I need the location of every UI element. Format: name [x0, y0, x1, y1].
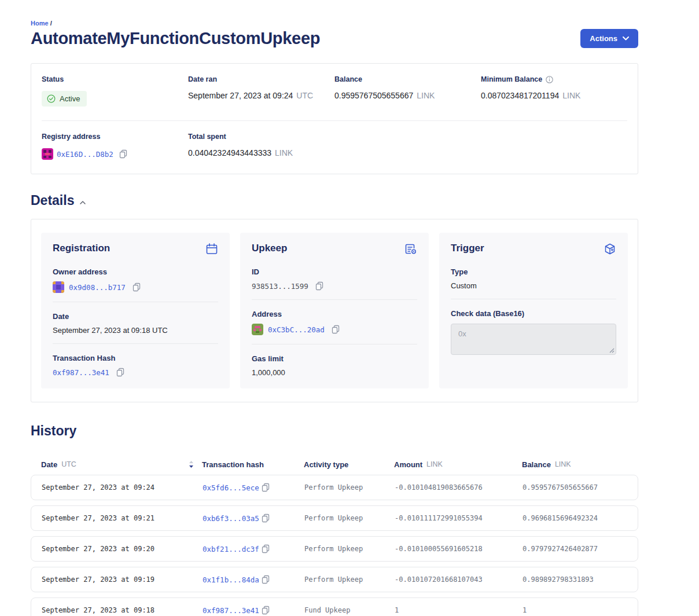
row-activity: Perform Upkeep	[304, 514, 395, 522]
col-date-label: Date	[41, 460, 57, 469]
history-heading: History	[31, 423, 76, 439]
breadcrumb-home-link[interactable]: Home	[31, 20, 49, 27]
registry-address-link[interactable]: 0xE16D...D8b2	[57, 150, 113, 159]
registration-card: Registration Owner address 0x9d08...b717…	[41, 233, 230, 388]
owner-identicon	[53, 281, 64, 293]
resize-grip-icon[interactable]	[609, 345, 615, 355]
trigger-type-value: Custom	[451, 281, 616, 290]
min-balance-value: 0.0870234817201194	[481, 91, 559, 100]
copy-icon[interactable]	[116, 368, 125, 377]
copy-icon[interactable]	[262, 606, 270, 615]
min-balance-label: Minimum Balance	[481, 75, 542, 83]
page-title: AutomateMyFunctionCustomUpkeep	[31, 29, 320, 48]
copy-icon[interactable]	[262, 514, 270, 523]
upkeep-title: Upkeep	[252, 243, 287, 254]
col-amount-unit: LINK	[426, 460, 443, 468]
upkeep-address-label: Address	[252, 310, 417, 318]
summary-registry-field: Registry address 0xE16D...D8b2	[42, 133, 188, 160]
upkeep-address-link[interactable]: 0xC3bC...20ad	[268, 325, 325, 334]
registry-label: Registry address	[42, 133, 188, 141]
upkeep-id-label: ID	[252, 267, 417, 276]
summary-min-balance-field: Minimum Balance 0.0870234817201194LINK	[481, 75, 627, 107]
divider	[252, 344, 417, 344]
col-balance-unit: LINK	[555, 460, 571, 468]
row-amount: -0.010100055691605218	[395, 545, 523, 553]
divider	[451, 299, 616, 299]
divider	[53, 302, 218, 302]
col-hash-label: Transaction hash	[202, 460, 264, 469]
col-activity-label: Activity type	[304, 460, 348, 469]
chevron-down-icon	[623, 36, 629, 41]
details-collapse-caret-icon[interactable]	[80, 197, 86, 204]
balance-unit: LINK	[417, 91, 435, 100]
copy-icon[interactable]	[262, 544, 270, 553]
summary-card: Status Active Date ran September 27, 202…	[31, 63, 638, 174]
date-ran-utc: UTC	[296, 91, 313, 100]
row-tx-link[interactable]: 0xb6f3...03a5	[203, 514, 259, 523]
cube-icon	[604, 243, 616, 258]
registration-title: Registration	[53, 243, 110, 254]
copy-icon[interactable]	[119, 149, 128, 159]
upkeep-card: Upkeep ID 938513...1599 Address 0xC3bC..…	[240, 233, 429, 388]
row-balance: 0.9595767505655667	[523, 483, 627, 492]
row-amount: -0.010104819083665676	[395, 483, 523, 492]
row-date: September 27, 2023 at 09:19	[42, 575, 203, 584]
owner-address-link[interactable]: 0x9d08...b717	[69, 283, 126, 292]
row-activity: Perform Upkeep	[304, 575, 395, 584]
row-date: September 27, 2023 at 09:21	[42, 514, 203, 522]
check-circle-icon	[47, 94, 56, 103]
row-tx-link[interactable]: 0x5fd6...5ece	[203, 483, 259, 492]
row-balance: 0.9696815696492324	[523, 514, 627, 522]
copy-icon[interactable]	[262, 575, 270, 584]
history-table-header: Date UTC Transaction hash Activity type …	[31, 454, 638, 475]
details-heading: Details	[31, 193, 74, 208]
row-tx-link[interactable]: 0xbf21...dc3f	[203, 545, 259, 553]
trigger-type-label: Type	[451, 267, 616, 276]
row-amount: -0.010107201668107043	[395, 575, 523, 584]
calendar-icon	[205, 243, 218, 258]
row-balance: 1	[523, 606, 627, 614]
trigger-title: Trigger	[451, 243, 484, 254]
row-tx-link[interactable]: 0x1f1b...84da	[203, 575, 259, 584]
row-date: September 27, 2023 at 09:20	[42, 545, 203, 553]
summary-balance-field: Balance 0.9595767505655667LINK	[334, 75, 481, 107]
row-date: September 27, 2023 at 09:24	[42, 483, 203, 492]
total-spent-label: Total spent	[188, 133, 334, 141]
info-icon[interactable]	[546, 76, 553, 83]
copy-icon[interactable]	[262, 483, 270, 492]
total-spent-value: 0.04042324943443333	[188, 148, 271, 157]
table-row: September 27, 2023 at 09:21 0xb6f3...03a…	[31, 505, 638, 531]
status-badge-text: Active	[60, 94, 80, 103]
owner-address-label: Owner address	[53, 267, 218, 276]
gas-limit-label: Gas limit	[252, 354, 417, 363]
copy-icon[interactable]	[315, 281, 324, 291]
copy-icon[interactable]	[133, 283, 141, 292]
col-date-unit: UTC	[61, 460, 76, 468]
page-container: Home / AutomateMyFunctionCustomUpkeep Ac…	[31, 0, 638, 616]
check-data-textarea[interactable]	[451, 324, 616, 355]
breadcrumb-separator: /	[50, 20, 52, 27]
balance-label: Balance	[334, 75, 481, 83]
divider	[252, 299, 417, 300]
total-spent-unit: LINK	[275, 148, 293, 157]
check-data-label: Check data (Base16)	[451, 309, 616, 318]
row-activity: Perform Upkeep	[304, 545, 395, 553]
table-row: September 27, 2023 at 09:20 0xbf21...dc3…	[31, 536, 638, 562]
row-date: September 27, 2023 at 09:18	[42, 606, 203, 614]
row-activity: Fund Upkeep	[304, 606, 395, 614]
trigger-card: Trigger Type Custom Check data (Base16)	[439, 233, 628, 388]
actions-button[interactable]: Actions	[580, 29, 638, 48]
row-tx-link[interactable]: 0xf987...3e41	[203, 606, 259, 615]
status-label: Status	[42, 75, 188, 83]
registration-date-value: September 27, 2023 at 09:18 UTC	[53, 326, 218, 335]
document-gear-icon	[404, 243, 417, 258]
transaction-hash-label: Transaction Hash	[53, 354, 218, 362]
upkeep-address-identicon	[252, 324, 263, 335]
copy-icon[interactable]	[332, 325, 340, 334]
date-ran-value: September 27, 2023 at 09:24	[188, 91, 293, 100]
sort-icon[interactable]	[189, 460, 194, 468]
row-activity: Perform Upkeep	[304, 483, 395, 492]
registration-tx-link[interactable]: 0xf987...3e41	[53, 368, 109, 377]
summary-date-ran-field: Date ran September 27, 2023 at 09:24UTC	[188, 75, 334, 107]
row-balance: 0.989892798331893	[523, 575, 627, 584]
